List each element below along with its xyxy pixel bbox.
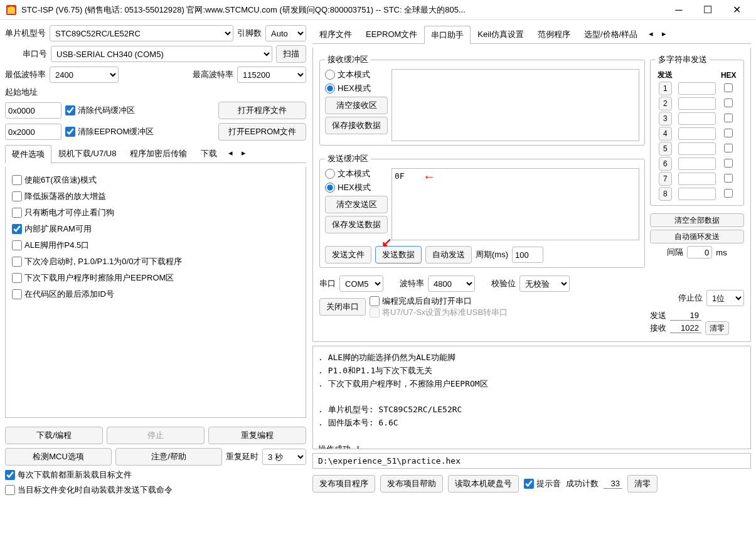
hw-opt-0[interactable]: 使能6T(双倍速)模式 [11,172,301,188]
clear-stat-button[interactable]: 清零 [705,321,729,335]
multi-text-7[interactable] [678,188,716,200]
multi-text-3[interactable] [678,127,716,140]
hw-opt-2[interactable]: 只有断电才可停止看门狗 [11,205,301,221]
open-prog-button[interactable]: 打开程序文件 [218,102,306,119]
baud-min-select[interactable]: 2400 [50,67,119,83]
maximize-button[interactable]: ☐ [693,1,722,19]
tab-more[interactable]: 下载 [194,144,224,163]
help-button[interactable]: 注意/帮助 [115,448,222,466]
autoload-check[interactable]: 当目标文件变化时自动装载并发送下载命令 [5,484,306,496]
open-eeprom-button[interactable]: 打开EEPROM文件 [218,123,306,141]
check-mcu-button[interactable]: 检测MCU选项 [5,448,112,466]
chip-select[interactable]: STC89C52RC/LE52RC [50,25,233,41]
multi-text-5[interactable] [678,157,716,170]
tab-progfile[interactable]: 程序文件 [312,25,359,43]
after-prog-check[interactable]: 编程完成后自动打开串口 [370,296,645,307]
multi-send-5[interactable]: 6 [659,157,672,171]
addr2-input[interactable] [5,124,61,140]
multi-text-1[interactable] [678,97,716,110]
auto-send-button[interactable]: 自动发送 [425,246,472,264]
tab-pricing[interactable]: 选型/价格/样品 [577,25,644,43]
port-select[interactable]: USB-SERIAL CH340 (COM5) [51,46,272,62]
multi-hex-1[interactable] [724,99,733,107]
hw-opt-4[interactable]: ALE脚用作P4.5口 [11,237,301,253]
hw-opt-5[interactable]: 下次冷启动时, P1.0/P1.1为0/0才可下载程序 [11,253,301,270]
close-button[interactable]: ✕ [722,1,751,19]
pub-help-button[interactable]: 发布项目帮助 [380,475,443,493]
multi-send-2[interactable]: 3 [659,112,672,125]
parity-select[interactable]: 无校验 [519,275,570,292]
multi-hex-6[interactable] [724,174,733,183]
interval-unit: ms [716,248,727,257]
tab-encrypt[interactable]: 程序加密后传输 [123,144,194,163]
period-input[interactable] [512,247,543,263]
multi-text-0[interactable] [678,82,716,95]
reload-check[interactable]: 每次下载前都重新装载目标文件 [5,469,306,481]
multi-send-6[interactable]: 7 [659,172,672,186]
tab-keil[interactable]: Keil仿真设置 [471,25,531,43]
repeat-button[interactable]: 重复编程 [208,427,306,444]
send-file-button[interactable]: 发送文件 [325,246,371,264]
send-legend: 发送缓冲区 [325,153,371,164]
multi-send-1[interactable]: 2 [659,97,672,110]
baud-select[interactable]: 4800 [428,275,475,292]
multi-send-4[interactable]: 5 [659,142,672,156]
stop-select[interactable]: 1位 [706,290,744,306]
multi-hex-5[interactable] [724,159,733,168]
tab-right-arrow[interactable]: ▸ [237,144,250,163]
multi-send-7[interactable]: 8 [659,187,672,201]
multi-text-6[interactable] [678,173,716,185]
multi-hex-4[interactable] [724,144,733,152]
pin-select[interactable]: Auto [265,25,306,41]
multi-text-2[interactable] [678,112,716,125]
hw-opt-7[interactable]: 在代码区的最后添加ID号 [11,286,301,302]
minimize-button[interactable]: ─ [664,1,693,19]
delay-select[interactable]: 3 秒 [262,449,306,465]
multi-loop-button[interactable]: 自动循环发送 [650,230,744,243]
multi-send-3[interactable]: 4 [659,127,672,141]
tab-examples[interactable]: 范例程序 [531,25,577,43]
multi-hex-7[interactable] [724,189,733,198]
hw-opt-3[interactable]: 内部扩展RAM可用 [11,221,301,237]
multi-send-0[interactable]: 1 [659,82,672,95]
multi-hex-0[interactable] [724,83,733,92]
interval-input[interactable] [687,246,712,259]
close-port-button[interactable]: 关闭串口 [319,298,366,316]
recv-textarea[interactable] [391,69,639,141]
scan-button[interactable]: 扫描 [276,45,306,63]
multi-hex-2[interactable] [724,114,733,122]
save-recv-button[interactable]: 保存接收数据 [325,117,388,134]
download-button[interactable]: 下载/编程 [5,427,103,444]
rtab-right-arrow[interactable]: ▸ [658,25,671,43]
clear-eeprom-check[interactable]: 清除EEPROM缓冲区 [65,126,154,137]
tab-offline[interactable]: 脱机下载/U7/U8 [51,144,123,163]
send-text-radio[interactable]: 文本模式 [325,168,388,179]
chip-label: 单片机型号 [5,28,46,39]
hw-opt-1[interactable]: 降低振荡器的放大增益 [11,188,301,205]
serial-select[interactable]: COM5 [339,275,383,292]
recv-text-radio[interactable]: 文本模式 [325,69,388,80]
parity-label: 校验位 [491,278,516,289]
tab-hardware[interactable]: 硬件选项 [5,145,51,163]
multi-clear-button[interactable]: 清空全部数据 [650,213,744,227]
clear-code-check[interactable]: 清除代码缓冲区 [65,105,135,116]
multi-hex-3[interactable] [724,129,733,137]
send-hex-radio[interactable]: HEX模式 [325,182,388,193]
multi-text-4[interactable] [678,142,716,155]
pub-prog-button[interactable]: 发布项目程序 [312,475,375,493]
hw-opt-6[interactable]: 下次下载用户程序时擦除用户EEPROM区 [11,270,301,286]
clear-send-button[interactable]: 清空发送区 [325,196,388,213]
rtab-left-arrow[interactable]: ◂ [644,25,658,43]
save-send-button[interactable]: 保存发送数据 [325,216,388,233]
clear-succ-button[interactable]: 清零 [627,475,658,493]
addr1-input[interactable] [5,102,61,119]
clear-recv-button[interactable]: 清空接收区 [325,97,388,114]
tab-eepromfile[interactable]: EEPROM文件 [359,25,424,43]
tab-left-arrow[interactable]: ◂ [224,144,237,163]
baud-max-label: 最高波特率 [193,69,233,80]
tab-serial[interactable]: 串口助手 [424,26,471,44]
beep-check[interactable]: 提示音 [524,478,561,489]
baud-max-select[interactable]: 115200 [237,67,306,83]
read-disk-button[interactable]: 读取本机硬盘号 [448,475,519,493]
recv-hex-radio[interactable]: HEX模式 [325,83,388,94]
